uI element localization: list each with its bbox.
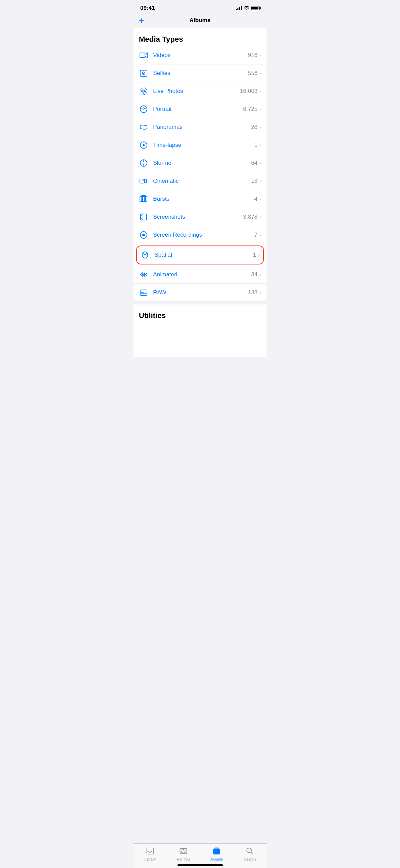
timelapse-label: Time-lapse <box>153 142 254 149</box>
list-item-spatial[interactable]: Spatial 1 › <box>136 245 264 264</box>
portrait-count: 6,725 <box>243 106 258 113</box>
slomo-chevron: › <box>259 160 261 166</box>
raw-count: 138 <box>248 289 257 296</box>
svg-rect-32 <box>143 180 144 180</box>
animated-chevron: › <box>259 272 261 277</box>
nav-bar: + Albums <box>133 14 267 28</box>
timelapse-chevron: › <box>259 142 261 148</box>
svg-line-18 <box>141 147 142 147</box>
screen-recordings-chevron: › <box>259 232 261 238</box>
live-photos-label: Live Photos <box>153 88 240 95</box>
cinematic-label: Cinematic <box>153 178 251 184</box>
slomo-icon <box>139 158 148 168</box>
selfies-chevron: › <box>259 71 261 76</box>
panoramas-count: 28 <box>251 124 257 131</box>
slomo-count: 64 <box>251 160 257 166</box>
svg-point-38 <box>142 234 145 236</box>
videos-label: Videos <box>153 52 248 59</box>
bursts-chevron: › <box>259 196 261 202</box>
svg-text:RAW: RAW <box>141 292 147 295</box>
list-item-slomo[interactable]: Slo-mo 64 › <box>133 154 267 172</box>
svg-rect-31 <box>142 180 143 180</box>
list-item-videos[interactable]: Videos 916 › <box>133 46 267 64</box>
list-item-panoramas[interactable]: Panoramas 28 › <box>133 118 267 136</box>
svg-point-5 <box>143 90 145 92</box>
svg-line-16 <box>146 147 146 147</box>
screen-recordings-icon <box>139 230 148 240</box>
list-item-bursts[interactable]: Bursts 4 › <box>133 190 267 208</box>
svg-rect-36 <box>141 214 147 220</box>
media-types-section-header: Media Types <box>133 28 267 46</box>
battery-icon <box>251 6 260 10</box>
spatial-label: Spatial <box>154 252 253 258</box>
status-time: 09:41 <box>140 5 155 12</box>
svg-point-9 <box>143 108 144 109</box>
signal-bars-icon <box>236 6 242 10</box>
svg-point-6 <box>142 89 146 93</box>
bursts-icon <box>139 194 148 204</box>
svg-point-4 <box>143 73 144 74</box>
videos-count: 916 <box>248 52 257 59</box>
live-photos-count: 16,003 <box>240 88 257 95</box>
screen-recordings-label: Screen Recordings <box>153 232 254 238</box>
screenshots-count: 3,878 <box>243 214 258 220</box>
spatial-icon <box>140 250 150 260</box>
panoramas-chevron: › <box>259 124 261 130</box>
list-item-cinematic[interactable]: Cinematic 13 › <box>133 172 267 190</box>
portrait-chevron: › <box>259 106 261 112</box>
list-item-portrait[interactable]: Portrait 6,725 › <box>133 100 267 118</box>
portrait-icon <box>139 104 148 114</box>
add-button[interactable]: + <box>139 16 144 25</box>
list-item-timelapse[interactable]: Time-lapse 1 › <box>133 136 267 154</box>
list-item-live-photos[interactable]: Live Photos 16,003 › <box>133 82 267 100</box>
list-item-selfies[interactable]: Selfies 556 › <box>133 64 267 82</box>
utilities-section: Utilities <box>133 302 267 323</box>
raw-label: RAW <box>153 289 248 296</box>
svg-rect-30 <box>141 180 141 180</box>
screen-recordings-count: 7 <box>254 232 257 238</box>
nav-title: Albums <box>189 17 210 24</box>
svg-point-7 <box>140 88 147 95</box>
videos-chevron: › <box>259 53 261 58</box>
slomo-label: Slo-mo <box>153 160 251 166</box>
timelapse-count: 1 <box>254 142 257 149</box>
svg-marker-1 <box>145 53 147 58</box>
wifi-icon <box>244 6 249 10</box>
animated-icon <box>139 270 148 279</box>
status-icons <box>236 6 260 10</box>
list-item-screenshots[interactable]: Screenshots 3,878 › <box>133 208 267 226</box>
bursts-count: 4 <box>254 196 257 202</box>
portrait-label: Portrait <box>153 106 243 113</box>
animated-count: 34 <box>251 271 257 278</box>
svg-point-19 <box>143 144 145 146</box>
media-types-title: Media Types <box>139 35 183 43</box>
cinematic-chevron: › <box>259 178 261 184</box>
panoramas-label: Panoramas <box>153 124 251 131</box>
video-icon <box>139 51 148 60</box>
content: Media Types Videos 916 › Selfies 556 › <box>133 28 267 357</box>
svg-line-17 <box>146 143 146 143</box>
spatial-count: 1 <box>253 252 256 258</box>
list-item-screen-recordings[interactable]: Screen Recordings 7 › <box>133 226 267 244</box>
cinematic-icon <box>139 176 148 186</box>
selfie-icon <box>139 68 148 78</box>
live-photos-icon <box>139 86 148 96</box>
raw-chevron: › <box>259 290 261 295</box>
animated-label: Animated <box>153 271 251 278</box>
svg-rect-0 <box>140 53 145 58</box>
bursts-label: Bursts <box>153 196 254 202</box>
list-item-raw[interactable]: RAW RAW 138 › <box>133 284 267 302</box>
live-photos-chevron: › <box>259 88 261 94</box>
selfies-label: Selfies <box>153 70 248 77</box>
screenshots-label: Screenshots <box>153 214 243 220</box>
utilities-title: Utilities <box>139 311 166 320</box>
list-item-animated[interactable]: Animated 34 › <box>133 266 267 284</box>
cinematic-count: 13 <box>251 178 257 184</box>
raw-icon: RAW <box>139 288 148 297</box>
panoramas-icon <box>139 122 148 132</box>
status-bar: 09:41 <box>133 0 267 14</box>
screenshots-icon <box>139 212 148 222</box>
timelapse-icon <box>139 140 148 150</box>
selfies-count: 556 <box>248 70 257 77</box>
spatial-chevron: › <box>258 252 260 258</box>
